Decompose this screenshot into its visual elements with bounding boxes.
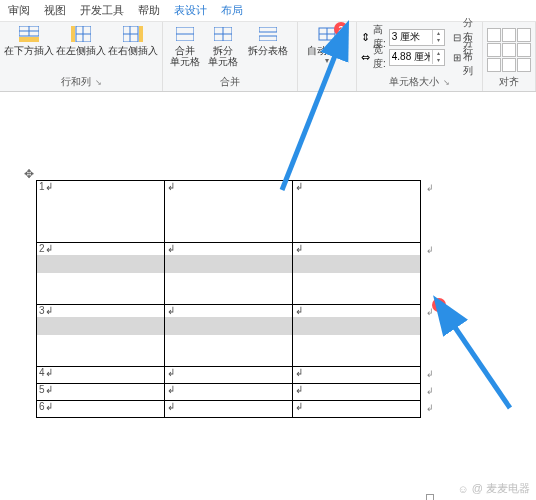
tab-help[interactable]: 帮助	[138, 3, 160, 18]
insert-left-label: 在左侧插入	[56, 45, 106, 56]
svg-rect-17	[259, 27, 277, 32]
up-arrow-icon[interactable]: ▴	[433, 30, 444, 37]
split-cells-button[interactable]: 拆分 单元格	[205, 24, 241, 67]
svg-rect-18	[259, 36, 277, 41]
split-cells-label: 拆分 单元格	[208, 45, 238, 67]
insert-below-label: 在下方插入	[4, 45, 54, 56]
dropdown-icon: ▾	[325, 56, 329, 65]
group-autofit: 自动调整 ▾	[298, 22, 357, 91]
merge-cells-button[interactable]: 合并 单元格	[167, 24, 203, 67]
group-merge-label: 合并	[220, 75, 240, 89]
table-row[interactable]: 2↲↲↲↲	[37, 243, 421, 305]
table-row[interactable]: 1↲↲↲↲	[37, 181, 421, 243]
split-table-icon	[257, 24, 279, 44]
insert-below-button[interactable]: 在下方插入	[4, 24, 54, 56]
split-table-button[interactable]: 拆分表格	[243, 24, 293, 56]
width-icon: ⇔	[361, 51, 370, 64]
callout-2: 2	[334, 22, 348, 36]
distribute-cols-button[interactable]: ⊞ 分布列	[453, 48, 478, 66]
down-arrow-icon[interactable]: ▾	[433, 37, 444, 44]
table-row[interactable]: 6↲↲↲↲	[37, 401, 421, 418]
table-row[interactable]: 4↲↲↲↲	[37, 367, 421, 384]
group-cellsize: ⇕ 高度: ▴▾ ⊟ 分布行 ⇔ 宽度:	[357, 22, 483, 91]
document-table[interactable]: 1↲↲↲↲ 2↲↲↲↲ 3↲↲↲↲ 4↲↲↲↲ 5↲↲↲↲ 6↲↲↲↲	[36, 180, 421, 418]
width-label: 宽度:	[373, 43, 386, 71]
width-input[interactable]	[390, 52, 432, 63]
menu-bar: 审阅 视图 开发工具 帮助 表设计 布局	[0, 0, 536, 22]
tab-layout[interactable]: 布局	[221, 3, 243, 18]
tab-tabledesign[interactable]: 表设计	[174, 3, 207, 18]
dialog-launcher-icon[interactable]: ↘	[95, 78, 102, 87]
group-merge: 合并 单元格 拆分 单元格 拆分表格 合并	[163, 22, 298, 91]
watermark-text: @ 麦麦电器	[472, 481, 530, 496]
tab-review[interactable]: 审阅	[8, 3, 30, 18]
watermark-icon: ☺	[458, 483, 469, 495]
down-arrow-icon[interactable]: ▾	[433, 57, 444, 64]
split-cells-icon	[212, 24, 234, 44]
table-resize-handle[interactable]	[426, 494, 434, 500]
callout-1: 1	[432, 298, 446, 312]
table-row[interactable]: 5↲↲↲↲	[37, 384, 421, 401]
svg-rect-11	[139, 26, 143, 42]
distribute-cols-label: 分布列	[463, 36, 478, 78]
ribbon: 在下方插入 在左侧插入 在右侧插入 行和列↘ 合并 单元格 拆分 单元格	[0, 22, 536, 92]
insert-left-button[interactable]: 在左侧插入	[56, 24, 106, 56]
group-align-label: 对齐	[499, 75, 519, 89]
group-align: 对齐	[483, 22, 536, 91]
merge-cells-label: 合并 单元格	[170, 45, 200, 67]
dialog-launcher-icon[interactable]: ↘	[443, 78, 450, 87]
table-anchor-icon[interactable]: ✥	[24, 167, 34, 181]
document-area[interactable]: ✥ 1↲↲↲↲ 2↲↲↲↲ 3↲↲↲↲ 4↲↲↲↲ 5↲↲↲↲ 6↲↲↲↲	[0, 92, 536, 500]
alignment-grid[interactable]	[487, 28, 531, 72]
table-row[interactable]: 3↲↲↲↲	[37, 305, 421, 367]
up-arrow-icon[interactable]: ▴	[433, 50, 444, 57]
tab-devtools[interactable]: 开发工具	[80, 3, 124, 18]
insert-right-label: 在右侧插入	[108, 45, 158, 56]
height-icon: ⇕	[361, 31, 370, 44]
watermark: ☺ @ 麦麦电器	[458, 481, 530, 496]
table-insert-below-icon	[18, 24, 40, 44]
distribute-rows-icon: ⊟	[453, 32, 461, 43]
svg-rect-7	[71, 26, 75, 42]
group-cellsize-label: 单元格大小	[389, 75, 439, 89]
insert-right-button[interactable]: 在右侧插入	[108, 24, 158, 56]
height-spinner[interactable]: ▴▾	[389, 29, 445, 46]
merge-cells-icon	[174, 24, 196, 44]
split-table-label: 拆分表格	[248, 45, 288, 56]
group-rowcol-label: 行和列	[61, 75, 91, 89]
group-rowcol: 在下方插入 在左侧插入 在右侧插入 行和列↘	[0, 22, 163, 91]
distribute-cols-icon: ⊞	[453, 52, 461, 63]
table-insert-left-icon	[70, 24, 92, 44]
autofit-label: 自动调整	[307, 45, 347, 56]
height-input[interactable]	[390, 32, 432, 43]
width-spinner[interactable]: ▴▾	[389, 49, 445, 66]
table-insert-right-icon	[122, 24, 144, 44]
tab-view[interactable]: 视图	[44, 3, 66, 18]
svg-rect-3	[19, 37, 39, 42]
